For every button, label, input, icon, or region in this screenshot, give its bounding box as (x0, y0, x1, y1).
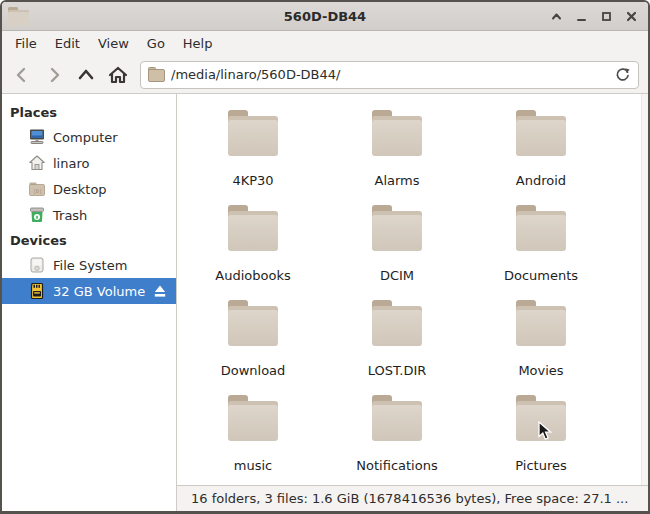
sidebar-item-desktop[interactable]: [D]Desktop (2, 176, 176, 202)
folder-movies[interactable]: Movies (469, 294, 613, 389)
computer-icon (28, 128, 46, 146)
sidebar-item-label: Trash (53, 208, 87, 223)
window-body: PlacesComputerlinaro[D]DesktopTrashDevic… (2, 94, 648, 511)
minimize-button[interactable] (572, 7, 590, 25)
path-input[interactable] (140, 61, 639, 89)
folder-icon (8, 7, 30, 29)
folder-pictures[interactable]: Pictures (469, 389, 613, 484)
folder-label: Audiobooks (215, 269, 290, 282)
home-icon (107, 65, 129, 85)
sdcard-icon (28, 282, 46, 300)
chevron-up-icon (550, 10, 563, 23)
folder-icon (371, 110, 423, 159)
sidebar-item-label: File System (53, 258, 127, 273)
sidebar-header-devices: Devices (2, 228, 176, 252)
folder-label: DCIM (380, 269, 414, 282)
eject-button[interactable] (152, 283, 168, 299)
file-manager-window: 560D-DB44 FileEditViewGoHelp (0, 0, 650, 514)
folder-alarms[interactable]: Alarms (325, 104, 469, 199)
back-button[interactable] (8, 61, 36, 89)
folder-label: LOST.DIR (368, 364, 427, 377)
refresh-button[interactable] (611, 65, 633, 85)
sidebar-item-linaro[interactable]: linaro (2, 150, 176, 176)
folder-icon (227, 205, 279, 254)
sidebar-item-label: linaro (53, 156, 89, 171)
home-icon (28, 154, 46, 172)
scrollbar[interactable] (641, 94, 648, 485)
menu-item-go[interactable]: Go (138, 32, 174, 55)
folder-notifications[interactable]: Notifications (325, 389, 469, 484)
window-controls (547, 2, 640, 30)
folder-icon (227, 300, 279, 349)
chevron-left-icon (12, 65, 32, 85)
shade-button[interactable] (547, 7, 565, 25)
close-icon (625, 10, 638, 23)
home-button[interactable] (104, 61, 132, 89)
maximize-button[interactable] (597, 7, 615, 25)
status-text: 16 folders, 3 files: 1.6 GiB (1678416536… (191, 491, 628, 506)
refresh-icon (614, 66, 631, 83)
folder-icon (515, 300, 567, 349)
menu-item-edit[interactable]: Edit (46, 32, 89, 55)
sidebar-item-label: Computer (53, 130, 118, 145)
folder-label: Pictures (515, 459, 566, 472)
chevron-up-icon (76, 65, 96, 85)
folder-icon (227, 395, 279, 444)
folder-download[interactable]: Download (181, 294, 325, 389)
chevron-right-icon (44, 65, 64, 85)
folder-4kp30[interactable]: 4KP30 (181, 104, 325, 199)
main-panel: 4KP30AlarmsAndroidAudiobooksDCIMDocument… (177, 94, 648, 511)
folder-label: Movies (518, 364, 563, 377)
folder-lost-dir[interactable]: LOST.DIR (325, 294, 469, 389)
titlebar[interactable]: 560D-DB44 (2, 2, 648, 31)
sidebar-item-label: Desktop (53, 182, 107, 197)
forward-button[interactable] (40, 61, 68, 89)
sidebar-item-computer[interactable]: Computer (2, 124, 176, 150)
menubar: FileEditViewGoHelp (2, 31, 648, 56)
sidebar-header-places: Places (2, 100, 176, 124)
sidebar-item-trash[interactable]: Trash (2, 202, 176, 228)
folder-label: 4KP30 (232, 174, 273, 187)
path-bar (140, 61, 639, 89)
folder-label: Documents (504, 269, 578, 282)
desktop-folder-icon: [D] (28, 180, 46, 198)
menu-item-file[interactable]: File (6, 32, 46, 55)
trash-icon (28, 206, 46, 224)
sidebar-item-32-gb-volume[interactable]: 32 GB Volume (2, 278, 176, 304)
maximize-icon (600, 10, 613, 23)
up-button[interactable] (72, 61, 100, 89)
sidebar: PlacesComputerlinaro[D]DesktopTrashDevic… (2, 94, 177, 511)
menu-item-help[interactable]: Help (174, 32, 222, 55)
sidebar-item-file-system[interactable]: File System (2, 252, 176, 278)
folder-label: music (234, 459, 272, 472)
svg-text:[D]: [D] (33, 188, 42, 194)
file-grid: 4KP30AlarmsAndroidAudiobooksDCIMDocument… (177, 94, 648, 485)
folder-label: Android (516, 174, 566, 187)
folder-icon (371, 300, 423, 349)
folder-label: Download (221, 364, 286, 377)
folder-label: Notifications (356, 459, 437, 472)
menu-item-view[interactable]: View (89, 32, 138, 55)
folder-audiobooks[interactable]: Audiobooks (181, 199, 325, 294)
folder-android[interactable]: Android (469, 104, 613, 199)
folder-documents[interactable]: Documents (469, 199, 613, 294)
sidebar-item-label: 32 GB Volume (53, 284, 145, 299)
close-button[interactable] (622, 7, 640, 25)
toolbar (2, 56, 648, 94)
harddrive-icon (28, 256, 46, 274)
folder-icon (515, 395, 567, 444)
folder-icon (515, 110, 567, 159)
folder-icon (515, 205, 567, 254)
folder-dcim[interactable]: DCIM (325, 199, 469, 294)
folder-icon (371, 205, 423, 254)
statusbar: 16 folders, 3 files: 1.6 GiB (1678416536… (177, 485, 648, 511)
folder-icon (227, 110, 279, 159)
folder-music[interactable]: music (181, 389, 325, 484)
folder-icon (371, 395, 423, 444)
minimize-icon (575, 10, 588, 23)
folder-label: Alarms (374, 174, 419, 187)
